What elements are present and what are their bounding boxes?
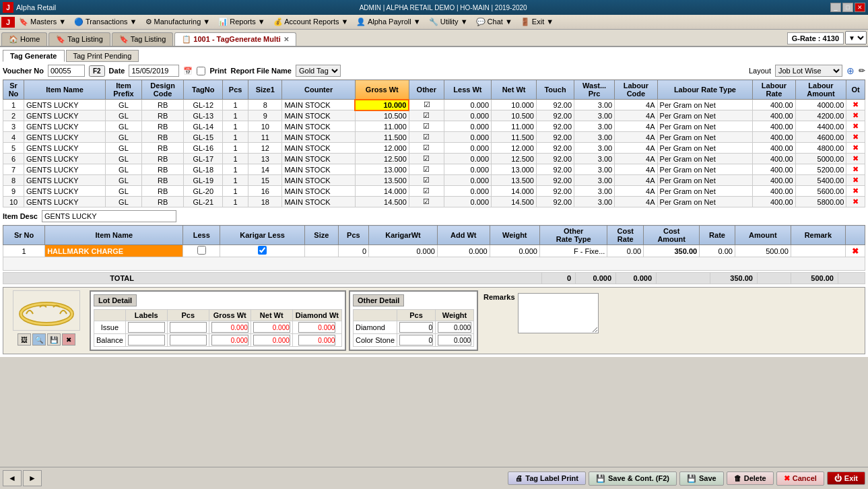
menu-utility[interactable]: 🔧 Utility ▼ [425,16,472,28]
table-cell: 3.00 [574,197,615,207]
table-cell[interactable]: ✖ [846,110,865,121]
table-cell: 14 [248,164,282,175]
table-cell: 13.500 [355,175,409,186]
cancel-button[interactable]: ✖ Cancel [776,471,824,486]
table-cell: 92.00 [537,197,574,207]
sub-tab-tag-generate[interactable]: Tag Generate [3,50,65,62]
table-cell[interactable]: ✖ [846,154,865,164]
item-desc-input[interactable] [42,210,176,222]
table-cell: MAIN STOCK [282,186,355,197]
tab-tag-listing-2[interactable]: 🔖 Tag Listing [112,32,173,46]
balance-gross-input[interactable] [211,335,248,346]
table-cell: GENTS LUCKY [24,154,106,164]
table-cell: ☑ [409,143,444,154]
menu-manufacturing[interactable]: ⚙ Manufacturing ▼ [141,16,215,28]
date-input[interactable] [129,65,179,77]
table-cell: 11.000 [492,121,537,132]
karigar-less-checkbox[interactable] [258,246,267,255]
nav-prev-button[interactable]: ◄ [3,470,22,486]
menu-account-reports[interactable]: 💰 Account Reports ▼ [269,16,353,28]
nav-next-button[interactable]: ► [23,470,42,486]
report-select[interactable]: Gold Tag [296,65,341,77]
table-cell: 4A [615,132,657,143]
table-cell: ☑ [409,100,444,110]
issue-diamond-input[interactable] [298,322,335,333]
f2-button[interactable]: F2 [89,65,105,77]
diamond-weight-input[interactable] [438,322,471,333]
cell-delete[interactable]: ✖ [845,245,865,257]
menu-j[interactable]: J [1,17,15,28]
table-cell[interactable]: ✖ [846,197,865,207]
table-cell[interactable]: ✖ [846,132,865,143]
col-less-wt: Less Wt [444,80,491,100]
minimize-button[interactable]: _ [830,3,841,12]
delete-button[interactable]: 🗑 Delete [727,471,774,485]
edit-icon[interactable]: ✏ [859,66,865,75]
img-btn-4[interactable]: ✖ [62,333,75,346]
tag-label-print-button[interactable]: 🖨 Tag Label Print [508,471,586,485]
tab-tag-listing-1[interactable]: 🔖 Tag Listing [48,32,110,46]
delete-icon: 🗑 [734,474,741,482]
table-cell[interactable]: ✖ [846,175,865,186]
menu-chat[interactable]: 💬 Chat ▼ [472,16,516,28]
title-bar: J Alpha Retail ADMIN | ALPHA RETAIL DEMO… [0,0,868,15]
tab-tag-generate-multi[interactable]: 📋 1001 - TagGenerate Multi ✕ [174,32,296,46]
delete-row-icon[interactable]: ✖ [852,247,859,256]
img-btn-3[interactable]: 💾 [47,333,61,346]
g-rate-dropdown[interactable]: ▼ [845,31,867,44]
window-controls[interactable]: _ □ ✕ [830,3,865,12]
maximize-button[interactable]: □ [842,3,853,12]
print-checkbox[interactable] [197,67,205,75]
issue-gross-input[interactable] [211,322,248,333]
img-btn-2[interactable]: 🔍 [32,333,46,346]
balance-pcs-input[interactable] [170,335,207,346]
save-cont-button[interactable]: 💾 Save & Cont. (F2) [589,471,677,486]
add-icon[interactable]: ⊕ [846,65,855,76]
tab-close-icon[interactable]: ✕ [283,36,289,43]
issue-net-input[interactable] [253,322,290,333]
table-cell: 5400.00 [795,175,846,186]
exit-button[interactable]: ⏻ Exit [827,471,865,485]
table-cell: 4600.00 [795,132,846,143]
print-label: Tag Label Print [525,474,578,482]
table-cell: 1 [223,154,248,164]
balance-diamond-input[interactable] [298,335,335,346]
table-cell: 5200.00 [795,164,846,175]
menu-reports[interactable]: 📊 Reports ▼ [214,16,269,28]
menu-alpha-payroll[interactable]: 👤 Alpha Payroll ▼ [352,16,424,28]
balance-labels-input[interactable] [128,335,165,346]
issue-labels-input[interactable] [128,322,165,333]
menu-transactions[interactable]: 🔵 Transactions ▼ [70,16,141,28]
calendar-icon[interactable]: 📅 [183,67,193,75]
table-cell[interactable]: ✖ [846,186,865,197]
issue-pcs-input[interactable] [170,322,207,333]
less-checkbox[interactable] [197,246,206,255]
table-cell[interactable]: ✖ [846,164,865,175]
color-stone-weight-input[interactable] [438,335,471,346]
table-cell[interactable]: ✖ [846,100,865,110]
table-cell[interactable]: ✖ [846,143,865,154]
table-cell: GENTS LUCKY [24,110,106,121]
menu-masters[interactable]: 🔖 Masters ▼ [15,16,70,28]
item-desc-label: Item Desc [3,212,38,220]
table-cell: 7 [3,164,24,175]
col-counter: Counter [282,80,355,100]
close-button[interactable]: ✕ [855,3,865,12]
table-cell[interactable]: ✖ [846,121,865,132]
remarks-textarea[interactable] [518,293,599,333]
lot-balance-label: Balance [94,334,126,347]
color-stone-pcs-input[interactable] [399,335,433,346]
tab-home[interactable]: 🏠 Home [1,32,47,46]
layout-select[interactable]: Job Lot Wise [775,65,842,77]
table-cell: RB [141,143,184,154]
menu-exit[interactable]: 🚪 Exit ▼ [516,16,558,28]
save-button[interactable]: 💾 Save [679,471,724,486]
table-cell: 1 [223,175,248,186]
cell-pcs: 0 [338,245,368,257]
col-gross-wt: Gross Wt [355,80,409,100]
diamond-pcs-input[interactable] [399,322,433,333]
balance-net-input[interactable] [253,335,290,346]
sub-tab-tag-print[interactable]: Tag Print Pending [66,50,139,62]
voucher-no-input[interactable] [48,65,85,77]
img-btn-1[interactable]: 🖼 [18,333,31,346]
